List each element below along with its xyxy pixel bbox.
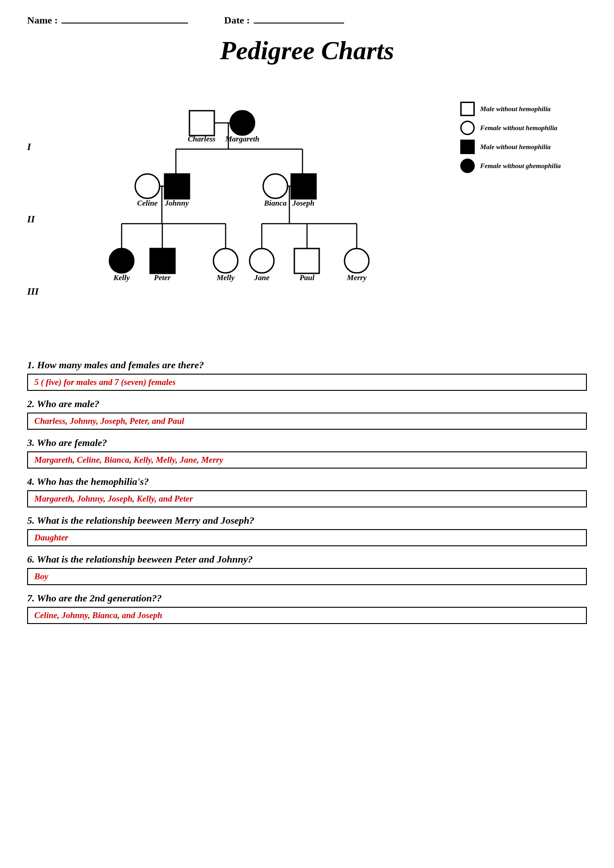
svg-rect-16	[291, 174, 316, 199]
question-6: 6. What is the relationship beeween Pete…	[27, 554, 587, 585]
svg-text:Jane: Jane	[254, 273, 269, 282]
question-4-text: 4. Who has the hemophilia's?	[27, 476, 587, 488]
answer-6: Boy	[27, 568, 587, 585]
legend-circle-filled-icon	[460, 159, 475, 173]
legend-label-4: Female without ghemophilia	[480, 162, 561, 170]
answer-5: Daughter	[27, 529, 587, 546]
generation-labels: I II III	[27, 84, 50, 337]
svg-rect-11	[165, 174, 189, 199]
legend: Male without hemophilia Female without h…	[460, 84, 587, 337]
legend-circle-empty-icon	[460, 121, 475, 135]
svg-point-2	[230, 111, 255, 135]
answer-4: Margareth, Johnny, Joseph, Kelly, and Pe…	[27, 490, 587, 507]
answer-1: 5 ( five) for males and 7 (seven) female…	[27, 374, 587, 391]
question-2-text: 2. Who are male?	[27, 398, 587, 410]
svg-text:Johnny: Johnny	[165, 199, 189, 207]
svg-rect-26	[150, 249, 175, 273]
question-3-text: 3. Who are female?	[27, 437, 587, 449]
question-1: 1. How many males and females are there?…	[27, 359, 587, 391]
questions-section: 1. How many males and females are there?…	[27, 359, 587, 624]
question-4: 4. Who has the hemophilia's? Margareth, …	[27, 476, 587, 507]
svg-text:Celine: Celine	[137, 199, 158, 207]
svg-rect-0	[189, 111, 214, 136]
legend-label-1: Male without hemophilia	[480, 105, 551, 113]
page-title: Pedigree Charts	[27, 35, 587, 66]
svg-rect-37	[294, 249, 319, 273]
date-field: Date :	[224, 14, 344, 26]
svg-point-9	[135, 174, 160, 198]
pedigree-area: I II III Charless Margareth	[27, 84, 587, 337]
question-5-text: 5. What is the relationship beeween Merr…	[27, 515, 587, 526]
svg-text:Peter: Peter	[154, 273, 171, 282]
svg-point-14	[263, 174, 288, 198]
name-input[interactable]	[61, 14, 188, 23]
svg-point-39	[345, 249, 369, 273]
date-label: Date :	[224, 14, 250, 26]
svg-text:Bianca: Bianca	[264, 199, 287, 207]
svg-text:Margareth: Margareth	[225, 135, 260, 143]
legend-label-3: Male without hemophilia	[480, 143, 551, 151]
question-1-text: 1. How many males and females are there?	[27, 359, 587, 371]
legend-square-filled-icon	[460, 140, 475, 154]
name-label: Name :	[27, 14, 58, 26]
date-input[interactable]	[254, 14, 344, 23]
question-3: 3. Who are female? Margareth, Celine, Bi…	[27, 437, 587, 469]
name-field: Name :	[27, 14, 188, 26]
legend-item-3: Male without hemophilia	[460, 140, 587, 154]
question-5: 5. What is the relationship beeween Merr…	[27, 515, 587, 546]
svg-point-28	[213, 249, 238, 273]
svg-text:Charless: Charless	[188, 135, 216, 143]
svg-text:Melly: Melly	[216, 273, 235, 282]
svg-point-35	[250, 249, 274, 273]
gen-label-1: I	[27, 141, 50, 153]
svg-point-24	[109, 249, 134, 273]
header: Name : Date :	[27, 14, 587, 26]
question-7: 7. Who are the 2nd generation?? Celine, …	[27, 592, 587, 624]
pedigree-chart: Charless Margareth Celine Johnny	[50, 84, 460, 337]
svg-text:Merry: Merry	[346, 273, 367, 282]
gen-label-2: II	[27, 213, 50, 225]
svg-text:Joseph: Joseph	[292, 199, 314, 207]
legend-item-2: Female without hemophilia	[460, 121, 587, 135]
svg-text:Paul: Paul	[299, 273, 314, 282]
svg-text:Kelly: Kelly	[113, 273, 130, 282]
answer-2: Charless, Johnny, Joseph, Peter, and Pau…	[27, 413, 587, 430]
answer-3: Margareth, Celine, Bianca, Kelly, Melly,…	[27, 451, 587, 469]
legend-item-4: Female without ghemophilia	[460, 159, 587, 173]
question-7-text: 7. Who are the 2nd generation??	[27, 592, 587, 604]
legend-square-empty-icon	[460, 102, 475, 116]
question-2: 2. Who are male? Charless, Johnny, Josep…	[27, 398, 587, 430]
legend-label-2: Female without hemophilia	[480, 124, 557, 132]
gen-label-3: III	[27, 286, 50, 297]
legend-item-1: Male without hemophilia	[460, 102, 587, 116]
answer-7: Celine, Johnny, Bianca, and Joseph	[27, 607, 587, 624]
question-6-text: 6. What is the relationship beeween Pete…	[27, 554, 587, 565]
